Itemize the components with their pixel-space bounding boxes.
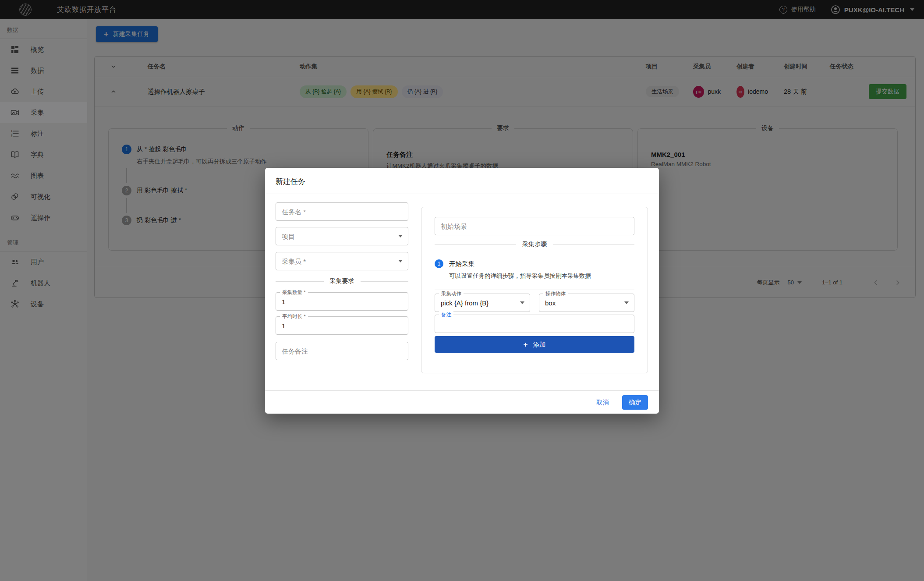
chevron-down-icon (520, 301, 524, 304)
steps-divider: 采集步骤 (435, 241, 634, 248)
project-select[interactable] (276, 227, 408, 245)
new-task-modal: 新建任务 采集要求 采集数量 * 平均时长 * (265, 168, 659, 414)
cancel-button[interactable]: 取消 (591, 395, 615, 410)
chevron-down-icon (398, 260, 403, 262)
chevron-down-icon (398, 235, 403, 237)
project-select-input[interactable] (276, 227, 408, 245)
collect-step-1: 1 开始采集 (435, 259, 634, 268)
collect-steps-panel: 采集步骤 1 开始采集 可以设置任务的详细步骤，指导采集员按剧本采集数据 采集动… (421, 207, 648, 373)
collector-select[interactable] (276, 252, 408, 270)
step-title: 开始采集 (449, 260, 474, 268)
confirm-button[interactable]: 确定 (622, 395, 648, 410)
quantity-label: 采集数量 * (280, 289, 308, 295)
duration-label: 平均时长 * (280, 313, 308, 319)
requirements-divider: 采集要求 (276, 277, 408, 285)
target-object-label: 操作物体 (543, 290, 568, 297)
modal-footer: 取消 确定 (265, 390, 659, 414)
task-name-input[interactable] (276, 202, 408, 221)
initial-scene-input[interactable] (435, 217, 634, 235)
note-label: 备注 (439, 312, 453, 318)
step-description: 可以设置任务的详细步骤，指导采集员按剧本采集数据 (449, 272, 634, 280)
task-note-input[interactable] (276, 342, 408, 360)
chevron-down-icon (624, 301, 629, 304)
target-object-select[interactable]: 操作物体 (539, 294, 634, 312)
collect-action-label: 采集动作 (439, 290, 464, 297)
plus-icon: + (524, 341, 528, 348)
collect-action-select[interactable]: 采集动作 (435, 294, 530, 312)
collector-select-input[interactable] (276, 252, 408, 270)
add-label: 添加 (533, 340, 545, 349)
step-number-badge: 1 (435, 259, 443, 268)
note-input[interactable] (435, 315, 634, 333)
add-step-button[interactable]: + 添加 (435, 336, 634, 353)
divider (435, 290, 634, 290)
modal-title: 新建任务 (265, 168, 659, 194)
